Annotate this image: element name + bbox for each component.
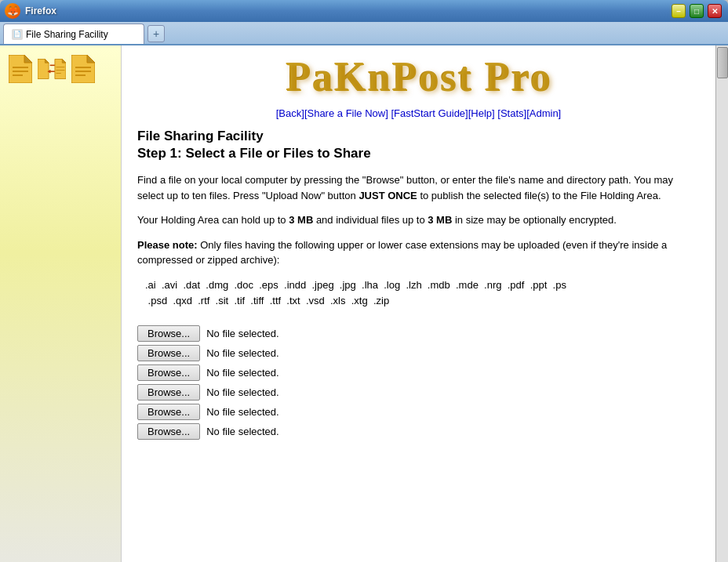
- file-inputs-container: Browse... No file selected. Browse... No…: [137, 325, 700, 440]
- nav-help[interactable]: [Help]: [468, 107, 495, 119]
- file-input-row: Browse... No file selected.: [137, 325, 700, 342]
- file-icon-1: [6, 55, 35, 83]
- no-file-label-5: No file selected.: [206, 406, 279, 418]
- holding-size-1: 3 MB: [289, 214, 313, 226]
- firefox-logo: 🦊: [5, 3, 20, 19]
- holding-size-2: 3 MB: [428, 214, 452, 226]
- svg-marker-10: [62, 59, 66, 63]
- browse-button-3[interactable]: Browse...: [137, 364, 200, 381]
- browse-button-6[interactable]: Browse...: [137, 423, 200, 440]
- app-header: PaKnPost Pro: [122, 45, 715, 104]
- app-logo: PaKnPost Pro: [122, 53, 715, 100]
- description-text: Find a file on your local computer by pr…: [137, 172, 700, 203]
- scrollbar-thumb[interactable]: [717, 47, 728, 78]
- no-file-label-6: No file selected.: [206, 426, 279, 437]
- no-file-label-3: No file selected.: [206, 367, 279, 379]
- titlebar: 🦊 Firefox – □ ✕: [0, 0, 728, 22]
- file-input-row: Browse... No file selected.: [137, 384, 700, 401]
- maximize-button[interactable]: □: [690, 4, 704, 18]
- no-file-label-2: No file selected.: [206, 347, 279, 359]
- file-input-row: Browse... No file selected.: [137, 423, 700, 440]
- nav-faststart[interactable]: [FastStart Guide]: [391, 107, 468, 119]
- browse-button-2[interactable]: Browse...: [137, 345, 200, 361]
- content-area: PaKnPost Pro [Back][Share a File Now] [F…: [122, 45, 728, 562]
- note-text: Please note: Only files having the follo…: [137, 237, 700, 268]
- tab-bar: 📄 File Sharing Facility +: [0, 22, 728, 45]
- just-once-text: JUST ONCE: [359, 190, 417, 201]
- titlebar-text: Firefox: [25, 5, 56, 16]
- step-title: Step 1: Select a File or Files to Share: [137, 146, 700, 161]
- new-tab-button[interactable]: +: [147, 25, 165, 42]
- sidebar-icons: [6, 55, 97, 83]
- nav-back[interactable]: [Back]: [276, 107, 304, 119]
- file-input-row: Browse... No file selected.: [137, 345, 700, 361]
- scrollbar[interactable]: [715, 45, 728, 562]
- file-icon-2: [69, 55, 97, 83]
- no-file-label-1: No file selected.: [206, 328, 279, 339]
- no-file-label-4: No file selected.: [206, 386, 279, 398]
- nav-links: [Back][Share a File Now] [FastStart Guid…: [122, 107, 715, 119]
- extensions-list: .ai .avi .dat .dmg .doc .eps .indd .jpeg…: [137, 277, 700, 310]
- tab-title: File Sharing Facility: [26, 29, 108, 40]
- sidebar: [0, 45, 122, 562]
- nav-share[interactable]: [Share a File Now]: [304, 107, 388, 119]
- nav-admin[interactable]: [Admin]: [526, 107, 561, 119]
- tab-favicon: 📄: [12, 29, 23, 40]
- browse-button-5[interactable]: Browse...: [137, 404, 200, 420]
- close-button[interactable]: ✕: [708, 4, 722, 18]
- transfer-icon: [38, 55, 66, 83]
- file-input-row: Browse... No file selected.: [137, 364, 700, 381]
- browse-button-4[interactable]: Browse...: [137, 384, 200, 401]
- active-tab[interactable]: 📄 File Sharing Facility: [3, 24, 144, 44]
- window-controls: – □ ✕: [672, 4, 723, 18]
- browse-button-1[interactable]: Browse...: [137, 325, 200, 342]
- file-input-row: Browse... No file selected.: [137, 404, 700, 420]
- svg-marker-1: [24, 55, 32, 63]
- page-content: File Sharing Facility Step 1: Select a F…: [122, 129, 715, 455]
- please-note-label: Please note:: [137, 239, 198, 251]
- holding-area-text: Your Holding Area can hold up to 3 MB an…: [137, 212, 700, 228]
- page-title: File Sharing Facility: [137, 129, 700, 144]
- minimize-button[interactable]: –: [672, 4, 686, 18]
- browser-main: PaKnPost Pro [Back][Share a File Now] [F…: [0, 45, 728, 562]
- nav-stats[interactable]: [Stats]: [497, 107, 526, 119]
- svg-marker-6: [45, 59, 49, 63]
- svg-marker-15: [87, 55, 95, 63]
